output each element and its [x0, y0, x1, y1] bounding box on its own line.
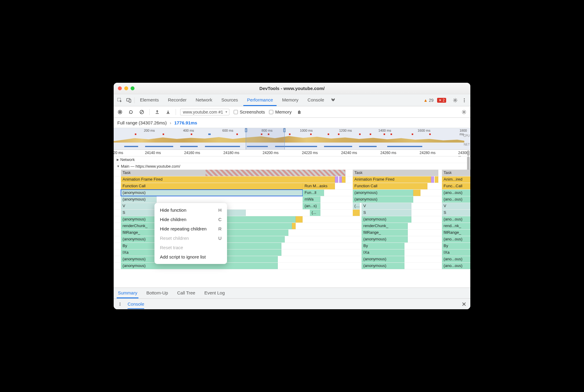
errors-count: 2	[443, 98, 445, 102]
bar-purple[interactable]	[431, 176, 434, 183]
range-full[interactable]: Full range (34307.26ms)	[117, 120, 167, 125]
bar-func[interactable]: Func...Call	[442, 183, 470, 189]
bar-anonymous[interactable]: (ano...ous)	[442, 190, 470, 196]
ctx-hide-children[interactable]: Hide childrenC	[154, 215, 227, 224]
bar-paren[interactable]: (...	[310, 210, 320, 216]
bar-anonymous[interactable]: (ano...ous)	[442, 236, 470, 243]
range-selected[interactable]: 1776.91ms	[174, 120, 197, 125]
bar-fun[interactable]: Fun...ll	[303, 190, 324, 196]
kebab-menu-icon[interactable]	[461, 97, 468, 104]
bar-anonymous-selected[interactable]: (anonymous)	[121, 190, 303, 196]
bar-anonymous[interactable]: (anonymous)	[353, 196, 414, 203]
selection-handle-left[interactable]: ||	[245, 128, 247, 132]
bar-run[interactable]: Run M...asks	[303, 183, 335, 189]
bar-anonymous[interactable]: (anonymous)	[362, 236, 408, 243]
bar-orange[interactable]	[296, 216, 303, 223]
tab-elements[interactable]: Elements	[136, 94, 163, 106]
tab-performance[interactable]: Performance	[243, 94, 277, 106]
bar-anonymous[interactable]: (ano...ous)	[442, 216, 470, 223]
tab-sources[interactable]: Sources	[218, 94, 242, 106]
bar-anim[interactable]	[435, 176, 438, 183]
bar-By[interactable]: By	[442, 243, 470, 249]
btab-summary[interactable]: Summary	[117, 288, 138, 298]
bar-ans[interactable]: (an...s)	[303, 203, 320, 209]
bar-purple[interactable]	[335, 176, 339, 183]
bar-paren[interactable]: (...	[353, 203, 360, 209]
zoom-window-button[interactable]	[131, 86, 135, 90]
bar-render[interactable]: rend...nk_	[442, 223, 470, 229]
bar-fill[interactable]: fillRange_	[362, 230, 408, 236]
btab-event-log[interactable]: Event Log	[203, 288, 226, 298]
btab-call-tree[interactable]: Call Tree	[176, 288, 196, 298]
memory-checkbox[interactable]: Memory	[269, 109, 291, 114]
bar-task[interactable]: Task	[121, 170, 346, 176]
ctx-hide-repeating[interactable]: Hide repeating childrenR	[154, 224, 227, 233]
tab-console[interactable]: Console	[304, 94, 328, 106]
bar-anonymous[interactable]: (ano...ous)	[442, 263, 470, 269]
drawer-menu-icon[interactable]	[117, 301, 123, 307]
bar-S[interactable]: S	[362, 210, 411, 216]
bar-anonymous[interactable]: (anonymous)	[362, 263, 404, 269]
bar-task[interactable]: Task	[442, 170, 470, 176]
warnings-badge[interactable]: ▲ 29 ✕2	[423, 98, 446, 103]
network-section-header[interactable]: ▶Network	[114, 156, 470, 163]
upload-button[interactable]	[154, 109, 161, 115]
selection-handle-right[interactable]: ||	[283, 128, 286, 132]
bar-purple[interactable]	[339, 176, 342, 183]
bar-V[interactable]: V	[121, 203, 157, 209]
close-window-button[interactable]	[118, 86, 122, 90]
bar-mwa[interactable]: mWa	[303, 196, 320, 203]
bar-anim[interactable]: Animation Frame Fired	[353, 176, 431, 183]
svg-point-8	[119, 111, 121, 113]
bar-anonymous[interactable]: (ano...ous)	[442, 256, 470, 262]
bar-IXa[interactable]: IXa	[442, 249, 470, 256]
screenshots-checkbox[interactable]: Screenshots	[234, 109, 265, 114]
bar-render[interactable]: renderChunk_	[362, 223, 408, 229]
ctx-add-ignore[interactable]: Add script to ignore list	[154, 252, 227, 262]
tab-network[interactable]: Network	[192, 94, 216, 106]
bar-V[interactable]: V	[362, 203, 411, 209]
btab-bottom-up[interactable]: Bottom-Up	[145, 288, 169, 298]
settings-icon[interactable]	[452, 97, 459, 104]
record-button[interactable]	[117, 109, 123, 115]
ctx-hide-function[interactable]: Hide functionH	[154, 205, 227, 215]
reload-record-button[interactable]	[128, 109, 134, 115]
download-button[interactable]	[165, 109, 171, 115]
bar-anonymous[interactable]: (anonymous)	[362, 256, 404, 262]
bar-func[interactable]: Function Call	[353, 183, 428, 189]
bar-anim[interactable]	[342, 176, 346, 183]
close-drawer-icon[interactable]	[461, 301, 467, 307]
more-tabs-icon[interactable]	[329, 97, 337, 104]
bar-task[interactable]: Task	[353, 170, 438, 176]
bar-anim[interactable]: Anim...ired	[442, 176, 470, 183]
bar-S[interactable]: S	[442, 210, 470, 216]
device-toggle-icon[interactable]	[125, 97, 132, 104]
timeline-overview[interactable]: 200 ms 400 ms 600 ms 800 ms 1000 ms 1200…	[114, 128, 470, 150]
bar-anonymous[interactable]: (anonymous)	[362, 216, 411, 223]
recording-select[interactable]: www.youtube.com #1	[180, 109, 229, 115]
main-section-header[interactable]: ▼Main — https://www.youtube.com/	[114, 163, 470, 170]
minimize-window-button[interactable]	[124, 86, 128, 90]
bar-orange[interactable]	[353, 210, 360, 216]
inspect-element-icon[interactable]	[116, 97, 123, 104]
overview-selection[interactable]: || ||	[246, 128, 285, 149]
bar-IXa[interactable]: IXa	[362, 249, 404, 256]
errors-badge[interactable]: ✕2	[437, 98, 446, 103]
bar-anonymous[interactable]: (anonymous)	[353, 190, 414, 196]
garbage-collect-button[interactable]	[296, 109, 303, 115]
bar-anonymous[interactable]: (anonymous)	[121, 196, 157, 203]
vertical-scrollbar-thumb[interactable]	[467, 150, 470, 156]
console-tab[interactable]: Console	[128, 301, 144, 309]
bar-By[interactable]: By	[362, 243, 404, 249]
clear-button[interactable]	[138, 109, 145, 115]
tab-recorder[interactable]: Recorder	[164, 94, 190, 106]
bar-orange[interactable]	[413, 190, 420, 196]
bar-anonymous[interactable]: (ano...ous)	[442, 196, 470, 203]
bar-anim[interactable]: Animation Frame Fired	[121, 176, 335, 183]
bar-orange[interactable]	[292, 223, 296, 229]
capture-settings-icon[interactable]	[461, 109, 467, 115]
bar-func[interactable]: Function Call	[121, 183, 303, 189]
bar-V[interactable]: V	[442, 203, 470, 209]
bar-fill[interactable]: fillRange_	[442, 230, 470, 236]
tab-memory[interactable]: Memory	[278, 94, 302, 106]
